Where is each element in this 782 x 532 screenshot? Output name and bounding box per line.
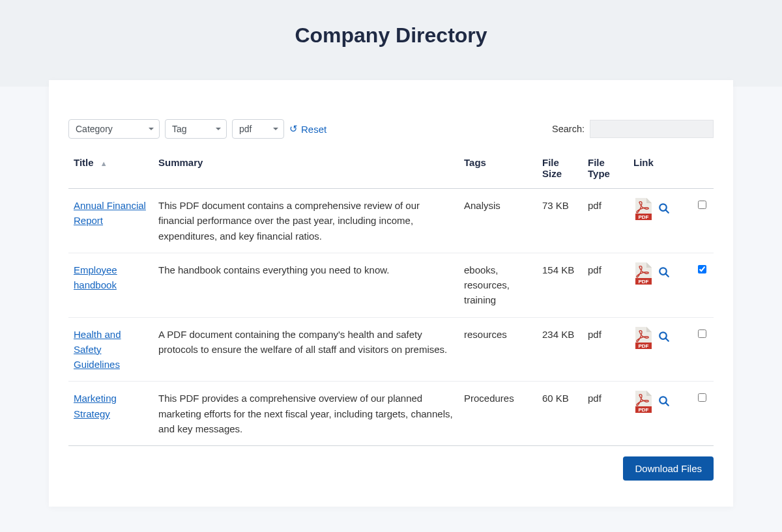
document-summary: A PDF document containing the company's … <box>153 317 459 382</box>
document-tags: Procedures <box>459 382 537 446</box>
document-title-link[interactable]: Health and Safety Guidelines <box>74 329 121 371</box>
download-files-button[interactable]: Download Files <box>623 456 714 481</box>
chevron-down-icon <box>216 128 221 130</box>
search-label: Search: <box>552 124 585 134</box>
document-type: pdf <box>583 317 628 382</box>
reset-label: Reset <box>301 124 326 135</box>
undo-icon: ↺ <box>289 123 298 135</box>
svg-text:PDF: PDF <box>639 279 649 285</box>
sort-asc-icon: ▲ <box>100 160 108 167</box>
chevron-down-icon <box>273 128 278 130</box>
svg-line-7 <box>665 274 669 277</box>
pdf-file-icon[interactable]: PDF <box>633 262 653 285</box>
pdf-file-icon[interactable]: PDF <box>633 327 653 349</box>
column-header-type[interactable]: File Type <box>583 150 628 189</box>
preview-icon[interactable] <box>658 203 670 216</box>
directory-card: Category Tag pdf ↺ Reset Search: <box>49 80 733 507</box>
document-size: 154 KB <box>537 253 583 317</box>
preview-icon[interactable] <box>658 331 670 344</box>
svg-text:PDF: PDF <box>639 343 649 349</box>
column-header-summary[interactable]: Summary <box>153 150 459 189</box>
column-header-size[interactable]: File Size <box>537 150 583 189</box>
page-header: Company Directory <box>0 0 782 87</box>
row-select-checkbox[interactable] <box>698 201 706 209</box>
tag-filter-label: Tag <box>172 124 187 134</box>
document-title-link[interactable]: Marketing Strategy <box>74 393 117 419</box>
reset-button[interactable]: ↺ Reset <box>289 123 326 135</box>
category-filter[interactable]: Category <box>68 119 160 139</box>
preview-icon[interactable] <box>658 395 670 409</box>
table-row: Marketing Strategy This PDF provides a c… <box>68 382 714 446</box>
document-summary: The handbook contains everything you nee… <box>153 253 459 317</box>
pdf-file-icon[interactable]: PDF <box>633 198 653 220</box>
tag-filter[interactable]: Tag <box>165 119 227 139</box>
table-row: Employee handbook The handbook contains … <box>68 253 714 317</box>
svg-line-15 <box>665 402 669 406</box>
column-header-tags[interactable]: Tags <box>459 150 537 189</box>
document-title-link[interactable]: Employee handbook <box>74 264 117 290</box>
documents-table: Title ▲ Summary Tags File Size File Type… <box>68 150 714 446</box>
row-select-checkbox[interactable] <box>698 265 706 273</box>
search-input[interactable] <box>590 120 714 138</box>
document-type: pdf <box>583 189 628 253</box>
page-title: Company Directory <box>0 23 782 48</box>
document-tags: Analysis <box>459 189 537 253</box>
document-size: 60 KB <box>537 382 583 446</box>
document-size: 234 KB <box>537 317 583 382</box>
svg-text:PDF: PDF <box>639 214 649 220</box>
document-title-link[interactable]: Annual Financial Report <box>74 200 146 226</box>
column-header-link: Link <box>628 150 690 189</box>
type-filter[interactable]: pdf <box>232 119 284 139</box>
column-header-select <box>690 150 714 189</box>
preview-icon[interactable] <box>658 266 670 280</box>
document-type: pdf <box>583 382 628 446</box>
svg-text:PDF: PDF <box>639 407 649 413</box>
column-header-title[interactable]: Title ▲ <box>68 150 153 189</box>
document-summary: This PDF document contains a comprehensi… <box>153 189 459 253</box>
table-row: Health and Safety Guidelines A PDF docum… <box>68 317 714 382</box>
svg-line-11 <box>665 338 669 341</box>
table-row: Annual Financial Report This PDF documen… <box>68 189 714 253</box>
row-select-checkbox[interactable] <box>698 393 706 402</box>
row-select-checkbox[interactable] <box>698 329 706 338</box>
category-filter-label: Category <box>76 124 113 134</box>
document-tags: ebooks, resources, training <box>459 253 537 317</box>
document-tags: resources <box>459 317 537 382</box>
chevron-down-icon <box>149 128 154 130</box>
document-type: pdf <box>583 253 628 317</box>
pdf-file-icon[interactable]: PDF <box>633 391 653 413</box>
document-summary: This PDF provides a comprehensive overvi… <box>153 382 459 446</box>
document-size: 73 KB <box>537 189 583 253</box>
svg-line-3 <box>665 210 669 213</box>
type-filter-value: pdf <box>239 124 252 134</box>
